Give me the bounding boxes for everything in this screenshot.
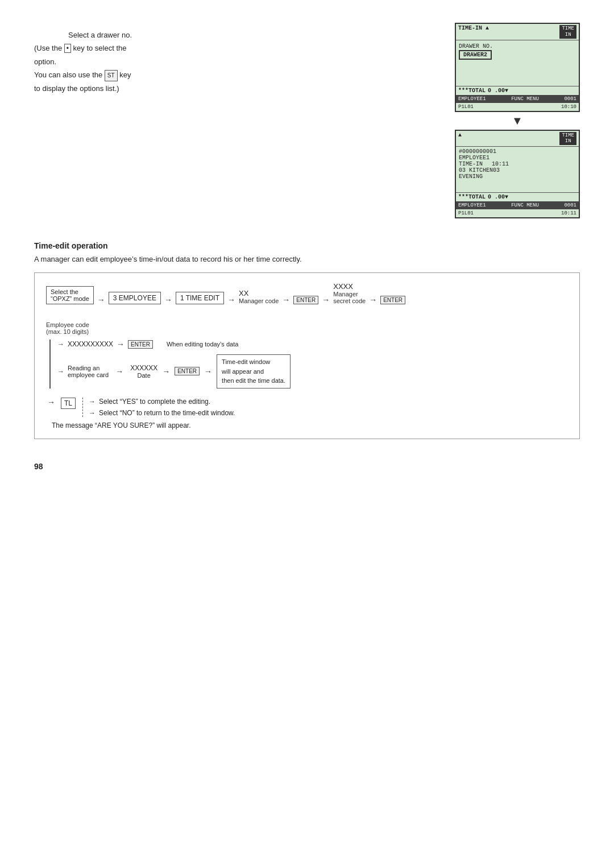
screen1-footer: EMPLOYEE1 FUNC MENU 0001 [456,95,579,103]
pos-screen-1: TIME-IN ▲ TIME IN DRAWER NO. DRAWER2 ***… [455,23,580,112]
screen1-total-value: 0 .00▼ [488,88,508,94]
screen2-body: #0000000001 EMPLOYEE1 TIME-IN 10:11 03 K… [456,147,579,192]
flow-row-2: Employee code (max. 10 digits) → XXXXXXX… [46,321,568,388]
arrow-2: → [164,295,172,304]
instruction-line5: to display the options list.) [34,82,432,95]
screen1-total-row: ***TOTAL 0 .00▼ [456,86,579,95]
screen1-total-label: ***TOTAL [458,88,486,94]
enter-key-1: ENTER [293,296,318,304]
top-section: Select a drawer no. (Use the • key to se… [34,23,580,218]
screen1-header: TIME-IN ▲ TIME IN [456,24,579,40]
opxz-group: Select the “OPXZ” mode [46,286,94,304]
no-row: → Select “NO” to return to the time-edit… [89,409,235,417]
screen1-footer-employee: EMPLOYEE1 [458,96,486,102]
path2-row: → Reading an employee card → XXXXXX Date… [56,354,291,388]
screen1-header-right: TIME IN [559,25,576,39]
screen2-line4: 03 KITCHEN03 [459,167,576,173]
emp-code-val: XXXXXXXXXX [68,340,113,348]
screen2-header: ▲ TIME IN [456,131,579,147]
reading-group: Reading an employee card [68,365,109,378]
instruction-line2: (Use the • key to select the [34,42,432,55]
enter-key-2: ENTER [380,296,405,304]
screen2-total-label: ***TOTAL [458,194,486,200]
path-group: → XXXXXXXXXX → ENTER When editing today’… [49,340,291,388]
date-group: XXXXXX Date [130,364,157,379]
screen1-footer-code: 0001 [564,96,576,102]
employee-box: 3 EMPLOYEE [109,292,161,304]
screen2-total-value: 0 .00▼ [488,194,508,200]
instruction-line3: option. [34,55,432,68]
section-desc: A manager can edit employee’s time-in/ou… [34,255,580,263]
instruction-line1: Select a drawer no. [68,28,432,42]
xxxx-label-1: Manager [333,291,358,297]
yes-row: → Select “YES” to complete the editing. [89,398,235,406]
bottom-tl-row: → TL → Select “YES” to complete the edit… [46,398,568,417]
screen1-footer2: P1L01 10:10 [456,103,579,111]
xxxx-val: XXXX [333,282,353,291]
xx-val: XX [239,289,248,297]
today-label: When editing today’s data [167,341,238,348]
screen2-total-row: ***TOTAL 0 .00▼ [456,192,579,201]
screen1-header-left: TIME-IN [458,25,482,31]
screen2-triangle: ▲ [458,132,462,138]
screens-column: TIME-IN ▲ TIME IN DRAWER NO. DRAWER2 ***… [455,23,580,218]
yes-arrow: → [89,398,96,406]
opxz-label: “OPXZ” mode [51,295,89,302]
tl-box: TL [61,398,76,409]
screen1-triangle: ▲ [486,25,489,31]
screen2-line3: TIME-IN 10:11 [459,161,576,167]
left-branch: Employee code (max. 10 digits) → XXXXXXX… [46,321,291,388]
time-edit-window-box: Time-edit window will appear and then ed… [217,354,291,388]
select-label: Select the [51,288,89,295]
screen2-footer2: P1L01 10:11 [456,209,579,217]
pos-screen-2: ▲ TIME IN #0000000001 EMPLOYEE1 TIME-IN … [455,130,580,219]
screen2-footer: EMPLOYEE1 FUNC MENU 0001 [456,201,579,209]
time-edit-box: 1 TIME EDIT [176,292,224,304]
xx-label: Manager code [239,297,279,304]
screen2-line2: EMPLOYEE1 [459,155,576,161]
xxxx-group: XXXX Manager secret code [333,282,366,304]
arrow-3: → [227,295,235,304]
screen1-drawer-value: DRAWER2 [459,50,492,60]
are-you-sure-note: The message “ARE YOU SURE?” will appear. [52,421,568,429]
flow-diagram: Select the “OPXZ” mode → 3 EMPLOYEE → 1 … [34,272,580,439]
no-arrow: → [89,409,96,417]
screen2-header-right: TIME IN [559,132,576,146]
screen2-footer-employee: EMPLOYEE1 [458,202,486,208]
screen2-footer-func: FUNC MENU [511,202,539,208]
page-number: 98 [34,462,580,471]
arrow-6: → [369,295,377,304]
arrow-between-screens: ▼ [512,114,523,127]
flow-row-1: Select the “OPXZ” mode → 3 EMPLOYEE → 1 … [46,282,568,304]
screen2-page: P1L01 [458,210,474,216]
screen1-drawer-label: DRAWER NO. [459,43,493,49]
yes-text: Select “YES” to complete the editing. [99,398,210,406]
screen2-line1: #0000000001 [459,148,576,155]
section-title: Time-edit operation [34,241,580,250]
time-edit-section: Time-edit operation A manager can edit e… [34,241,580,439]
xx-group: XX Manager code [239,289,279,304]
screen2-time: 10:11 [561,210,576,216]
xxxx-label-2: secret code [333,297,366,304]
select-opxz-box: Select the “OPXZ” mode [46,286,94,304]
screen1-footer-func: FUNC MENU [511,96,539,102]
employee-group: 3 EMPLOYEE [109,292,161,304]
yes-no-group: → Select “YES” to complete the editing. … [82,398,235,417]
screen1-body: DRAWER NO. DRAWER2 [456,40,579,86]
enter-key-date: ENTER [175,367,200,375]
enter-key-emp: ENTER [128,340,153,349]
emp-code-label: Employee code (max. 10 digits) [46,321,291,335]
screen2-footer-code: 0001 [564,202,576,208]
screen1-time: 10:10 [561,104,576,110]
screen1-page: P1L01 [458,104,474,110]
path1-row: → XXXXXXXXXX → ENTER When editing today’… [56,340,291,349]
st-key: ST [105,70,118,81]
arrow-5: → [322,295,330,304]
instruction-line4: You can also use the ST key [34,68,432,81]
arrow-4: → [282,295,290,304]
time-edit-group: 1 TIME EDIT [176,292,224,304]
instruction-block: Select a drawer no. (Use the • key to se… [34,23,432,218]
screen2-line5: EVENING [459,173,576,180]
arrow-1: → [97,295,105,304]
no-text: Select “NO” to return to the time-edit w… [99,409,235,417]
